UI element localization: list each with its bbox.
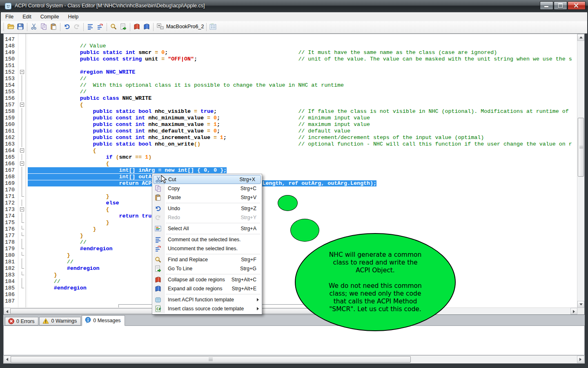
code-line[interactable]: 154 // With this optional class it is po… xyxy=(4,82,577,88)
code-line[interactable]: 160 public const int nhc_maximum_value =… xyxy=(4,121,577,128)
code-line[interactable]: 179 #endregion xyxy=(4,245,577,252)
code-line[interactable]: 187 xyxy=(4,298,577,304)
line-number[interactable]: 149 xyxy=(5,49,15,56)
code-line[interactable]: 178 // xyxy=(4,239,577,245)
code-editor[interactable]: 147148 // Value149 public static int smc… xyxy=(3,34,585,315)
menu-compile[interactable]: Compile xyxy=(36,12,64,21)
line-number[interactable]: 158 xyxy=(5,108,15,114)
line-number[interactable]: 153 xyxy=(5,76,15,82)
code-line[interactable]: 150 public const string unit = "OFF|ON";… xyxy=(4,56,577,62)
code-line[interactable]: 161 public const int nhc_default_value =… xyxy=(4,128,577,134)
line-number[interactable]: 166 xyxy=(5,161,15,167)
code-line[interactable]: 175 } xyxy=(4,219,577,226)
code-line[interactable]: 165 if (smcr == 1) xyxy=(4,154,577,160)
line-number[interactable]: 171 xyxy=(5,193,15,200)
tab-0-errors[interactable]: 0 Errors xyxy=(5,317,38,325)
code-line[interactable]: 147 xyxy=(4,36,577,43)
code-line[interactable]: 158 public static bool nhc_visible = tru… xyxy=(4,108,577,114)
undo-button[interactable] xyxy=(62,22,71,32)
line-number[interactable]: 147 xyxy=(5,36,15,43)
line-number[interactable]: 159 xyxy=(5,115,15,121)
line-number[interactable]: 163 xyxy=(5,141,15,147)
fold-toggle[interactable] xyxy=(19,69,26,75)
menu-item-find-and-replace[interactable]: Find and ReplaceStrg+F xyxy=(152,255,262,264)
line-number[interactable]: 151 xyxy=(5,63,15,69)
scroll-up-button[interactable] xyxy=(577,34,584,41)
line-number[interactable]: 148 xyxy=(5,43,15,49)
expand-regions-button[interactable] xyxy=(142,22,151,32)
code-line[interactable]: 152 #region NHC_WRITE xyxy=(4,69,577,75)
line-number[interactable]: 182 xyxy=(5,265,15,272)
line-number[interactable]: 155 xyxy=(5,89,15,95)
save-button[interactable] xyxy=(16,22,25,32)
line-number[interactable]: 168 xyxy=(5,174,15,180)
line-number[interactable]: 173 xyxy=(5,206,15,213)
line-number[interactable]: 178 xyxy=(5,239,15,245)
line-number[interactable]: 177 xyxy=(5,233,15,239)
maximize-button[interactable] xyxy=(554,1,567,10)
editor-horizontal-scrollbar[interactable] xyxy=(4,307,577,314)
bottom-scroll-right-button[interactable] xyxy=(577,356,584,363)
menu-file[interactable]: File xyxy=(1,12,18,21)
menu-item-go-to-line[interactable]: Go To LineStrg+G xyxy=(152,264,262,273)
menu-item-insert-acpi-function-template[interactable]: Insert ACPI function template xyxy=(152,295,262,304)
scroll-right-button[interactable] xyxy=(570,308,577,314)
line-number[interactable]: 170 xyxy=(5,187,15,193)
bottom-scrollbar[interactable] xyxy=(3,355,585,364)
redo-button[interactable] xyxy=(72,22,81,32)
line-number[interactable]: 184 xyxy=(5,278,15,285)
fold-toggle[interactable] xyxy=(19,206,26,213)
fold-toggle[interactable] xyxy=(19,147,26,154)
tab-0-warnings[interactable]: 0 Warnings xyxy=(39,317,81,325)
line-number[interactable]: 164 xyxy=(5,148,15,154)
line-number[interactable]: 167 xyxy=(5,167,15,173)
code-rows[interactable]: 147148 // Value149 public static int smc… xyxy=(4,34,577,308)
code-line[interactable]: 181 // xyxy=(4,258,577,265)
code-line[interactable]: 183 } xyxy=(4,272,577,278)
code-line[interactable]: 168 int[] outArg = new int[2]; xyxy=(4,173,577,180)
menu-item-collapse-all-code-regions[interactable]: Collapse all code regionsStrg+Alt+C xyxy=(152,275,262,284)
line-number[interactable]: 156 xyxy=(5,95,15,101)
menu-item-paste[interactable]: PasteStrg+V xyxy=(152,193,262,202)
menu-edit[interactable]: Edit xyxy=(18,12,36,21)
code-line[interactable]: 186 xyxy=(4,291,577,298)
code-line[interactable]: 180 } xyxy=(4,252,577,258)
fold-toggle[interactable] xyxy=(19,101,26,108)
code-line[interactable]: 151 xyxy=(4,62,577,69)
copy-button[interactable] xyxy=(39,22,48,32)
line-number[interactable]: 172 xyxy=(5,200,15,206)
line-number[interactable]: 154 xyxy=(5,82,15,88)
line-number[interactable]: 180 xyxy=(5,252,15,258)
code-line[interactable]: 166 { xyxy=(4,160,577,167)
cut-button[interactable] xyxy=(29,22,38,32)
menu-help[interactable]: Help xyxy=(64,12,83,21)
code-line[interactable]: 163 public static bool nhc_on_write() //… xyxy=(4,141,577,147)
code-line[interactable]: 162 public const int nhc_increment_value… xyxy=(4,134,577,141)
menu-item-insert-class-source-code-template[interactable]: C#Insert class source code template xyxy=(152,304,262,313)
line-number[interactable]: 176 xyxy=(5,226,15,232)
line-number[interactable]: 161 xyxy=(5,128,15,134)
line-number[interactable]: 174 xyxy=(5,213,15,219)
menu-item-cut[interactable]: CutStrg+X xyxy=(153,175,261,184)
line-number[interactable]: 169 xyxy=(5,180,15,186)
menu-item-uncomment-the-selected-lines[interactable]: Uncomment the selected lines. xyxy=(152,244,262,253)
code-line[interactable]: 185 #endregion xyxy=(4,285,577,291)
line-number[interactable]: 150 xyxy=(5,56,15,62)
code-line[interactable]: 156 public class NHC_WRITE xyxy=(4,95,577,101)
code-line[interactable]: 164 { xyxy=(4,147,577,154)
scroll-down-button[interactable] xyxy=(577,301,584,308)
minimize-button[interactable] xyxy=(540,1,553,10)
bottom-scroll-left-button[interactable] xyxy=(4,356,11,363)
code-line[interactable]: 174 return true; xyxy=(4,213,577,219)
menu-item-comment-out-the-selected-lines[interactable]: Comment out the selected lines. xyxy=(152,235,262,244)
code-line[interactable]: 169 return ACPI.CallMethod("SMCR", inArg… xyxy=(4,180,577,186)
device-selector[interactable]: MacBookPro6_2 xyxy=(157,22,204,31)
code-line[interactable]: 184 // xyxy=(4,278,577,285)
code-line[interactable]: 170 xyxy=(4,186,577,193)
find-replace-button[interactable] xyxy=(109,22,118,32)
scroll-left-button[interactable] xyxy=(4,308,11,314)
toolbar-grip[interactable] xyxy=(3,23,4,31)
line-number[interactable]: 179 xyxy=(5,246,15,252)
tab-0-messages[interactable]: 0 Messages xyxy=(82,315,125,326)
code-line[interactable]: 157 { xyxy=(4,101,577,108)
